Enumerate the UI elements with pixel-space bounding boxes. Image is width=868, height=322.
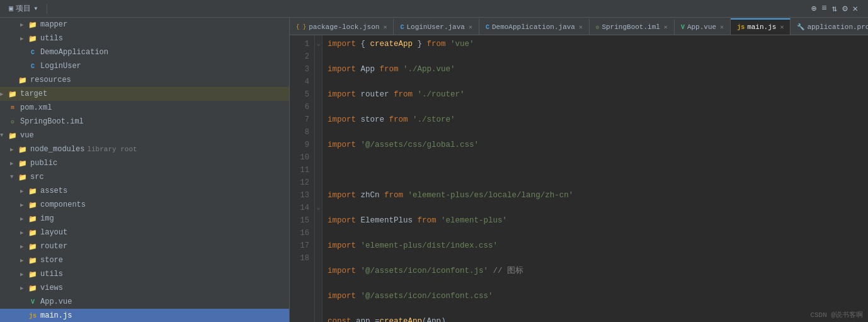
tree-label: utils [40, 34, 63, 43]
toolbar-separator [47, 4, 47, 14]
tree-item-node-modules[interactable]: ▶ 📁 node_modules library root [0, 142, 289, 156]
java-tab-icon: C [400, 24, 404, 31]
iml-icon: ⚙ [8, 117, 18, 127]
java-icon: C [28, 47, 38, 57]
arrow-icon: ▶ [10, 160, 18, 167]
arrow-icon: ▼ [0, 132, 8, 139]
tree-label: src [30, 173, 44, 181]
folder-icon: 📁 [28, 241, 38, 251]
toolbar-icons: ⊕ ≡ ⇅ ⚙ ✕ [811, 3, 858, 14]
folder-icon: 📁 [28, 20, 38, 30]
folder-icon: 📁 [28, 227, 38, 238]
tree-item-app-vue[interactable]: ▶ V App.vue [0, 295, 289, 309]
tree-item-router[interactable]: ▶ 📁 router [0, 239, 289, 253]
tab-close-btn[interactable]: ✕ [720, 23, 724, 31]
tab-close-btn[interactable]: ✕ [469, 23, 472, 31]
arrow-icon: ▶ [20, 21, 28, 28]
tab-close-btn[interactable]: ✕ [579, 23, 583, 31]
tab-label: App.vue [687, 23, 716, 31]
folder-icon: 📁 [28, 33, 38, 43]
tree-label: assets [40, 187, 67, 195]
file-tree: ▶ 📁 mapper ▶ 📁 utils ▶ C DemoApplication… [0, 18, 290, 322]
tab-close-btn[interactable]: ✕ [780, 23, 784, 31]
tree-item-resources[interactable]: ▶ 📁 resources [0, 73, 289, 87]
arrow-icon: ▶ [20, 271, 28, 278]
folder-icon: 📁 [28, 283, 38, 293]
close-icon[interactable]: ✕ [853, 3, 858, 14]
folder-icon: 📁 [28, 269, 38, 279]
arrow-icon: ▶ [0, 91, 8, 98]
tab-app-vue[interactable]: V App.vue ✕ [675, 18, 731, 35]
project-icon: ▣ [9, 4, 13, 13]
code-editor[interactable]: 12345 678910 1112131415 161718 ⌄ ⌄ impor… [290, 35, 868, 322]
arrow-icon: ▶ [20, 216, 28, 222]
tree-item-login-user[interactable]: ▶ C LoginUser [0, 59, 289, 73]
tree-item-pom[interactable]: ▶ m pom.xml [0, 101, 289, 115]
tree-label: components [40, 200, 86, 209]
settings-icon[interactable]: ⚙ [842, 3, 847, 14]
java-tab-icon: C [486, 24, 489, 31]
arrow-icon: ▶ [20, 188, 28, 195]
tree-item-assets[interactable]: ▶ 📁 assets [0, 184, 289, 198]
tree-item-src[interactable]: ▼ 📁 src [0, 170, 289, 184]
tree-item-img[interactable]: ▶ 📁 img [0, 212, 289, 226]
arrow-icon: ▶ [20, 243, 28, 250]
tab-package-lock[interactable]: { } package-lock.json ✕ [290, 18, 394, 35]
folder-icon: 📁 [28, 200, 38, 210]
tree-label: App.vue [40, 297, 72, 306]
folder-icon: 📁 [28, 255, 38, 265]
tree-item-vue-root[interactable]: ▼ 📁 vue [0, 129, 289, 142]
tree-item-springboot-iml[interactable]: ▶ ⚙ SpringBoot.iml [0, 115, 289, 129]
tab-label: DemoApplication.java [492, 23, 575, 31]
java-icon: C [28, 61, 38, 71]
tab-label: application.prop... [807, 23, 868, 31]
tree-item-public[interactable]: ▶ 📁 public [0, 156, 289, 170]
tree-item-layout[interactable]: ▶ 📁 layout [0, 226, 289, 239]
folder-icon: 📁 [28, 214, 38, 224]
tab-demo-app[interactable]: C DemoApplication.java ✕ [479, 18, 590, 35]
tab-close-btn[interactable]: ✕ [383, 23, 387, 31]
tree-item-utils[interactable]: ▶ 📁 utils [0, 32, 289, 45]
sort-icon[interactable]: ⇅ [832, 3, 837, 14]
project-menu[interactable]: ▣ 项目 ▾ [5, 2, 42, 15]
add-icon[interactable]: ⊕ [811, 3, 816, 14]
dropdown-arrow: ▾ [33, 4, 38, 13]
list-icon[interactable]: ≡ [821, 3, 826, 14]
folder-icon: 📁 [8, 89, 18, 99]
tree-item-main-js[interactable]: ▶ js main.js [0, 309, 289, 322]
tab-application-prop[interactable]: 🔧 application.prop... ✕ [791, 18, 868, 35]
library-root-label: library root [87, 146, 137, 153]
tree-item-views[interactable]: ▶ 📁 views [0, 281, 289, 295]
tab-label: package-lock.json [309, 23, 379, 31]
vue-tab-icon: V [681, 24, 685, 31]
tree-label: router [40, 242, 67, 251]
project-label: 项目 [16, 3, 31, 14]
tree-label: main.js [40, 311, 72, 320]
tree-item-mapper[interactable]: ▶ 📁 mapper [0, 18, 289, 32]
arrow-icon: ▼ [10, 174, 18, 180]
tree-item-utils2[interactable]: ▶ 📁 utils [0, 267, 289, 281]
tree-label: DemoApplication [40, 48, 108, 57]
folder-icon: 📁 [28, 186, 38, 196]
folder-icon: 📁 [18, 75, 28, 85]
tree-label: public [30, 159, 57, 168]
code-content[interactable]: import { createApp } from 'vue' import A… [323, 35, 868, 322]
tab-login-user[interactable]: C LoginUser.java ✕ [394, 18, 479, 35]
tree-item-store[interactable]: ▶ 📁 store [0, 253, 289, 267]
tree-item-components[interactable]: ▶ 📁 components [0, 198, 289, 212]
tab-main-js[interactable]: js main.js ✕ [731, 18, 791, 35]
tab-label: LoginUser.java [406, 23, 464, 31]
arrow-icon: ▶ [20, 35, 28, 42]
arrow-icon: ▶ [20, 257, 28, 264]
tree-item-demo-app[interactable]: ▶ C DemoApplication [0, 45, 289, 59]
tree-item-target[interactable]: ▶ 📁 target [0, 87, 289, 101]
folder-icon: 📁 [8, 130, 18, 141]
top-toolbar: ▣ 项目 ▾ ⊕ ≡ ⇅ ⚙ ✕ [0, 0, 868, 18]
tree-label: node_modules [30, 145, 84, 154]
prop-tab-icon: 🔧 [797, 23, 804, 31]
tree-label: pom.xml [20, 103, 52, 112]
tree-label: img [40, 214, 54, 223]
tab-close-btn[interactable]: ✕ [664, 23, 668, 31]
folder-icon: 📁 [18, 172, 28, 182]
tab-springboot-iml[interactable]: ⚙ SpringBoot.iml ✕ [590, 18, 675, 35]
